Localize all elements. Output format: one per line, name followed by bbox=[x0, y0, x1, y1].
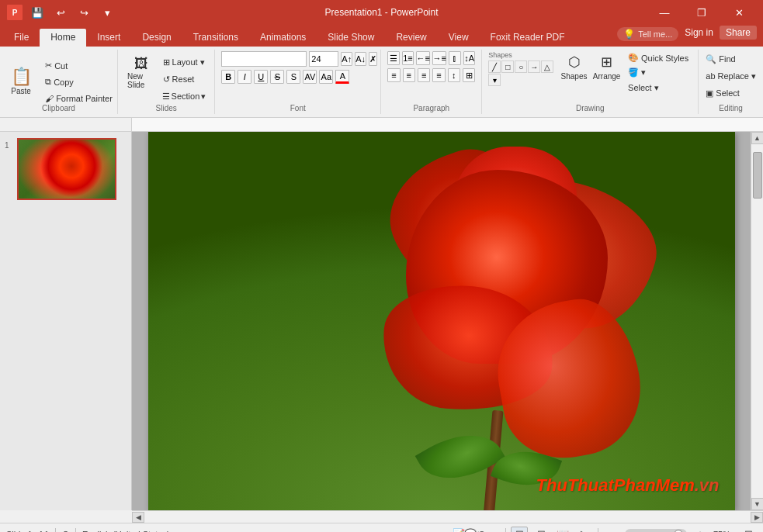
change-case-button[interactable]: Aa bbox=[319, 70, 333, 84]
reset-button[interactable]: ↺ Reset bbox=[160, 71, 209, 87]
font-name-input[interactable] bbox=[221, 51, 307, 67]
undo-button[interactable]: ↩ bbox=[51, 3, 70, 22]
title-bar: P 💾 ↩ ↪ ▾ Presentation1 - PowerPoint — ❐… bbox=[0, 0, 763, 25]
replace-button[interactable]: ab Replace ▾ bbox=[702, 68, 759, 84]
scroll-left-button[interactable]: ◀ bbox=[132, 512, 144, 523]
section-icon: ☰ bbox=[162, 92, 170, 102]
smart-art-button[interactable]: ⊞ bbox=[463, 68, 475, 82]
line-spacing-button[interactable]: ↕ bbox=[448, 68, 460, 82]
shape-tri[interactable]: △ bbox=[541, 60, 553, 73]
comments-button[interactable]: 💬 Comments bbox=[484, 527, 501, 533]
text-direction-button[interactable]: ↕A bbox=[463, 51, 476, 65]
hscroll-track[interactable] bbox=[144, 513, 751, 522]
scroll-right-button[interactable]: ▶ bbox=[751, 512, 763, 523]
bullets-button[interactable]: ☰ bbox=[387, 51, 400, 65]
shape-arrow[interactable]: → bbox=[528, 60, 540, 73]
shape-oval[interactable]: ○ bbox=[515, 60, 527, 73]
customize-qat-button[interactable]: ▾ bbox=[98, 3, 116, 22]
scroll-track[interactable] bbox=[752, 144, 763, 498]
tab-transitions[interactable]: Transitions bbox=[182, 29, 249, 47]
select-dropdown-label: Select ▾ bbox=[628, 83, 659, 93]
share-button[interactable]: Share bbox=[720, 26, 757, 40]
font-size-input[interactable] bbox=[309, 51, 338, 67]
accessibility-icon[interactable]: ⊙ bbox=[62, 529, 69, 532]
numbering-button[interactable]: 1≡ bbox=[402, 51, 414, 65]
tab-view[interactable]: View bbox=[438, 29, 480, 47]
align-right-button[interactable]: ≡ bbox=[418, 68, 430, 82]
scroll-down-button[interactable]: ▼ bbox=[751, 498, 764, 510]
font-color-button[interactable]: A bbox=[335, 70, 349, 84]
zoom-out-button[interactable]: − bbox=[603, 527, 620, 533]
italic-button[interactable]: I bbox=[238, 70, 251, 84]
replace-icon: ab bbox=[706, 71, 715, 81]
tab-foxit[interactable]: Foxit Reader PDF bbox=[480, 29, 576, 47]
slide-thumbnail-container: 1 bbox=[5, 138, 127, 200]
tab-file[interactable]: File bbox=[3, 29, 40, 47]
comments-icon: 💬 bbox=[464, 528, 477, 532]
restore-button[interactable]: ❐ bbox=[684, 0, 720, 25]
scroll-up-button[interactable]: ▲ bbox=[751, 132, 764, 144]
zoom-slider[interactable] bbox=[625, 529, 687, 533]
slide-sorter-button[interactable]: ⊟ bbox=[532, 527, 550, 533]
shapes-button[interactable]: ⬡ Shapes bbox=[560, 51, 588, 82]
layout-button[interactable]: ⊞ Layout ▾ bbox=[160, 54, 209, 70]
slide-thumbnail[interactable] bbox=[17, 138, 116, 200]
justify-button[interactable]: ≡ bbox=[432, 68, 445, 82]
strikethrough-button[interactable]: S bbox=[270, 70, 284, 84]
scroll-thumb[interactable] bbox=[753, 152, 762, 199]
quick-styles-button[interactable]: 🎨 Quick Styles bbox=[625, 51, 692, 64]
align-center-button[interactable]: ≡ bbox=[403, 68, 415, 82]
normal-view-button[interactable]: ⊞ bbox=[511, 527, 528, 533]
select-dropdown-button[interactable]: Select ▾ bbox=[625, 81, 692, 95]
font-size-decrease-button[interactable]: A↓ bbox=[355, 52, 366, 66]
tab-insert[interactable]: Insert bbox=[86, 29, 131, 47]
columns-button[interactable]: ⫿ bbox=[449, 51, 461, 65]
minimize-button[interactable]: — bbox=[647, 0, 682, 25]
layout-dropdown-icon: ▾ bbox=[200, 57, 205, 67]
tab-slideshow[interactable]: Slide Show bbox=[317, 29, 385, 47]
arrange-button[interactable]: ⊞ Arrange bbox=[591, 51, 622, 82]
shape-line[interactable]: ╱ bbox=[488, 60, 501, 73]
tab-design[interactable]: Design bbox=[131, 29, 182, 47]
underline-button[interactable]: U bbox=[254, 70, 268, 84]
section-button[interactable]: ☰ Section ▾ bbox=[160, 88, 209, 104]
zoom-percent: 75% bbox=[713, 530, 735, 533]
font-size-increase-button[interactable]: A↑ bbox=[341, 52, 352, 66]
new-slide-button[interactable]: 🖼 New Slide bbox=[124, 51, 158, 95]
bold-button[interactable]: B bbox=[221, 70, 235, 84]
shape-fill-button[interactable]: 🪣 ▾ bbox=[625, 66, 692, 79]
select-button[interactable]: ▣ Select bbox=[702, 85, 759, 101]
slide-canvas[interactable]: ThuThuatPhanMem.vn bbox=[148, 132, 735, 510]
clear-formatting-button[interactable]: ✗ bbox=[369, 52, 377, 66]
paste-button[interactable]: 📋 Paste bbox=[2, 60, 40, 104]
shadow-button[interactable]: S bbox=[286, 70, 300, 84]
editing-group: 🔍 Find ab Replace ▾ ▣ Select Editing bbox=[699, 50, 763, 114]
save-button[interactable]: 💾 bbox=[28, 3, 47, 22]
decrease-indent-button[interactable]: ←≡ bbox=[416, 51, 430, 65]
tab-review[interactable]: Review bbox=[385, 29, 437, 47]
new-slide-icon: 🖼 bbox=[134, 57, 148, 71]
watermark-domain: .vn bbox=[695, 475, 720, 495]
slide-background: ThuThuatPhanMem.vn bbox=[148, 132, 735, 510]
reading-view-button[interactable]: 📖 bbox=[554, 527, 571, 533]
char-spacing-button[interactable]: AV bbox=[303, 70, 317, 84]
tell-me-input[interactable]: 💡 Tell me... bbox=[617, 27, 678, 41]
sign-in-button[interactable]: Sign in bbox=[685, 27, 713, 41]
reset-icon: ↺ bbox=[163, 74, 170, 85]
shape-rect[interactable]: □ bbox=[501, 60, 514, 73]
close-button[interactable]: ✕ bbox=[721, 0, 757, 25]
copy-button[interactable]: ⧉ Copy bbox=[42, 74, 116, 90]
zoom-in-button[interactable]: + bbox=[692, 527, 709, 533]
fit-slide-button[interactable]: ⊡ bbox=[740, 527, 757, 533]
align-left-button[interactable]: ≡ bbox=[387, 68, 400, 82]
slideshow-button[interactable]: ▶ bbox=[576, 527, 593, 533]
tab-home[interactable]: Home bbox=[40, 29, 86, 47]
powerpoint-icon: P bbox=[6, 4, 23, 21]
cut-button[interactable]: ✂ Cut bbox=[42, 58, 116, 74]
increase-indent-button[interactable]: →≡ bbox=[432, 51, 446, 65]
shapes-more[interactable]: ▾ bbox=[488, 74, 501, 86]
tab-animations[interactable]: Animations bbox=[249, 29, 317, 47]
find-label: Find bbox=[719, 54, 735, 64]
redo-button[interactable]: ↪ bbox=[75, 3, 93, 22]
find-button[interactable]: 🔍 Find bbox=[702, 51, 759, 67]
